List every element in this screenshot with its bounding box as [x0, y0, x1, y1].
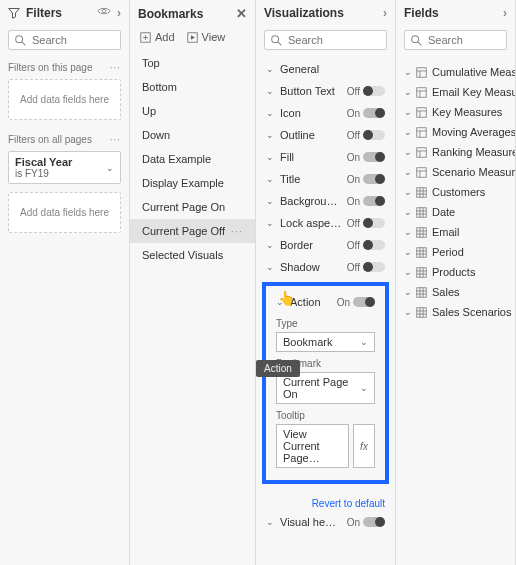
table-icon: [416, 187, 428, 198]
chevron-down-icon: ⌄: [404, 267, 412, 277]
chevron-down-icon: ⌄: [404, 147, 412, 157]
format-row[interactable]: ⌄ShadowOff: [256, 256, 395, 278]
field-item[interactable]: ⌄Key Measures: [396, 102, 515, 122]
bookmark-item[interactable]: Top: [130, 51, 255, 75]
format-row[interactable]: ⌄Backgrou…On: [256, 190, 395, 212]
filters-page-section: Filters on this page···: [0, 58, 129, 75]
fields-title: Fields: [404, 6, 439, 20]
svg-rect-23: [417, 147, 426, 156]
svg-rect-44: [417, 247, 426, 256]
bookmark-item[interactable]: Current Page Off···: [130, 219, 255, 243]
visual-header-toggle[interactable]: On: [347, 517, 385, 528]
chevron-right-icon[interactable]: ›: [117, 6, 121, 20]
field-item[interactable]: ⌄Sales: [396, 282, 515, 302]
field-label: Moving Averages: [432, 126, 515, 138]
bookmarks-view[interactable]: View: [187, 31, 226, 43]
field-label: Cumulative Meas…: [432, 66, 515, 78]
svg-rect-17: [417, 107, 426, 116]
bookmark-item[interactable]: Selected Visuals: [130, 243, 255, 267]
bookmark-item[interactable]: Display Example: [130, 171, 255, 195]
measure-icon: [416, 167, 428, 178]
action-row[interactable]: ⌄Action 👆 On: [272, 292, 379, 312]
chevron-right-icon[interactable]: ›: [503, 6, 507, 20]
format-toggle[interactable]: Off: [347, 262, 385, 273]
format-toggle[interactable]: On: [347, 196, 385, 207]
format-row[interactable]: ⌄FillOn: [256, 146, 395, 168]
action-tooltip-input[interactable]: View Current Page…: [276, 424, 349, 468]
measure-icon: [416, 67, 428, 78]
format-row[interactable]: ⌄BorderOff: [256, 234, 395, 256]
field-item[interactable]: ⌄Email Key Measur…: [396, 82, 515, 102]
format-toggle[interactable]: Off: [347, 130, 385, 141]
format-toggle[interactable]: On: [347, 174, 385, 185]
svg-marker-6: [191, 35, 195, 40]
visibility-icon[interactable]: [97, 6, 111, 20]
svg-point-9: [412, 35, 419, 42]
field-item[interactable]: ⌄Date: [396, 202, 515, 222]
bookmark-item[interactable]: Current Page On: [130, 195, 255, 219]
format-row[interactable]: ⌄General: [256, 58, 395, 80]
field-item[interactable]: ⌄Period: [396, 242, 515, 262]
filters-all-well[interactable]: Add data fields here: [8, 192, 121, 233]
measure-icon: [416, 127, 428, 138]
format-toggle[interactable]: Off: [347, 218, 385, 229]
bookmark-item[interactable]: Data Example: [130, 147, 255, 171]
format-toggle[interactable]: On: [347, 152, 385, 163]
measure-icon: [416, 147, 428, 158]
format-row[interactable]: ⌄OutlineOff: [256, 124, 395, 146]
chevron-right-icon[interactable]: ›: [383, 6, 387, 20]
add-icon: [140, 32, 151, 43]
field-item[interactable]: ⌄Sales Scenarios: [396, 302, 515, 322]
close-icon[interactable]: ✕: [236, 6, 247, 21]
cursor-icon: 👆: [278, 290, 295, 306]
more-icon[interactable]: ···: [231, 225, 243, 237]
action-tooltip-pop: Action: [256, 360, 300, 377]
bookmark-item[interactable]: Bottom: [130, 75, 255, 99]
bookmark-item[interactable]: Up: [130, 99, 255, 123]
table-icon: [416, 287, 428, 298]
visual-header-row[interactable]: ⌄Visual he… On: [256, 511, 395, 533]
filters-header: Filters ›: [0, 0, 129, 26]
field-label: Period: [432, 246, 464, 258]
field-label: Sales Scenarios: [432, 306, 512, 318]
field-item[interactable]: ⌄Moving Averages: [396, 122, 515, 142]
action-toggle[interactable]: On: [337, 297, 375, 308]
chevron-down-icon: ⌄: [404, 307, 412, 317]
filters-page-well[interactable]: Add data fields here: [8, 79, 121, 120]
format-row[interactable]: ⌄TitleOn: [256, 168, 395, 190]
search-icon: [271, 35, 282, 46]
view-icon: [187, 32, 198, 43]
bookmarks-add[interactable]: Add: [140, 31, 175, 43]
fields-search-input[interactable]: [428, 34, 516, 46]
chevron-down-icon: ⌄: [404, 127, 412, 137]
svg-rect-14: [417, 87, 426, 96]
chevron-down-icon: ⌄: [404, 187, 412, 197]
svg-rect-20: [417, 127, 426, 136]
action-type-select[interactable]: Bookmark⌄: [276, 332, 375, 352]
field-item[interactable]: ⌄Scenario Measures: [396, 162, 515, 182]
fields-search[interactable]: [404, 30, 507, 50]
format-row[interactable]: ⌄IconOn: [256, 102, 395, 124]
visualizations-search[interactable]: [264, 30, 387, 50]
format-toggle[interactable]: Off: [347, 86, 385, 97]
measure-icon: [416, 87, 428, 98]
format-row[interactable]: ⌄Lock aspe…Off: [256, 212, 395, 234]
filter-chip-fiscal-year[interactable]: Fiscal Year is FY19 ⌄: [8, 151, 121, 184]
svg-rect-59: [417, 307, 426, 316]
field-item[interactable]: ⌄Products: [396, 262, 515, 282]
format-toggle[interactable]: Off: [347, 240, 385, 251]
fields-header: Fields ›: [396, 0, 515, 26]
field-item[interactable]: ⌄Email: [396, 222, 515, 242]
fx-button[interactable]: fx: [353, 424, 375, 468]
field-label: Products: [432, 266, 475, 278]
field-item[interactable]: ⌄Ranking Measures: [396, 142, 515, 162]
filters-search[interactable]: [8, 30, 121, 50]
field-item[interactable]: ⌄Cumulative Meas…: [396, 62, 515, 82]
format-toggle[interactable]: On: [347, 108, 385, 119]
field-item[interactable]: ⌄Customers: [396, 182, 515, 202]
bookmark-item[interactable]: Down: [130, 123, 255, 147]
format-row[interactable]: ⌄Button TextOff: [256, 80, 395, 102]
svg-rect-39: [417, 227, 426, 236]
revert-to-default[interactable]: Revert to default: [256, 492, 395, 511]
field-label: Scenario Measures: [432, 166, 515, 178]
